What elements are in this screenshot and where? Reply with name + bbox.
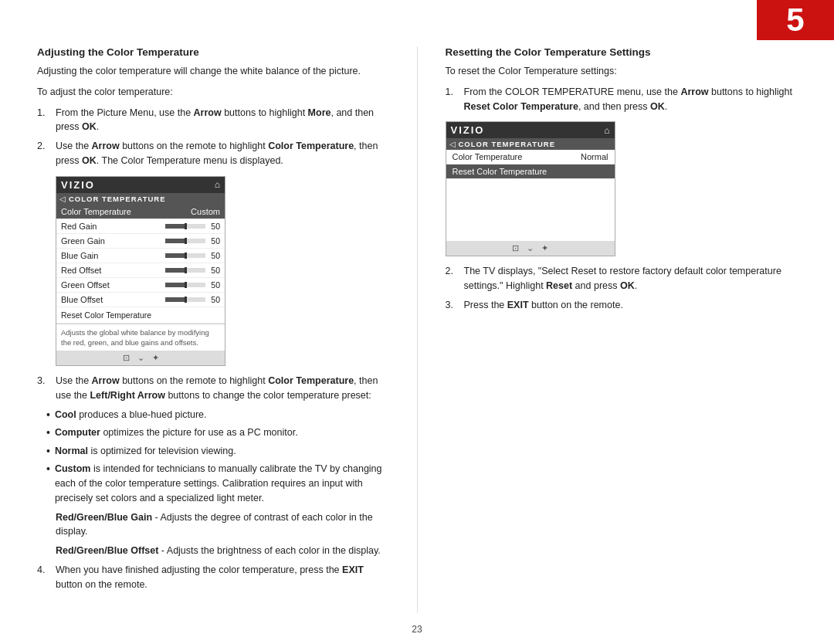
tv-bar-marker-red-gain bbox=[185, 223, 187, 229]
tv-right-label-reset: Reset Color Temperature bbox=[453, 167, 548, 176]
tv-home-icon-left: ⌂ bbox=[215, 179, 220, 190]
tv-reset-label: Reset Color Temperature bbox=[61, 310, 151, 320]
tv-row-red-offset: Red Offset 50 bbox=[56, 263, 225, 278]
left-steps-list: 1. From the Picture Menu, use the Arrow … bbox=[37, 106, 389, 168]
tv-bar-marker-red-offset bbox=[185, 267, 187, 273]
tv-value-blue-offset: 50 bbox=[208, 295, 220, 304]
right-step-3-num: 3. bbox=[446, 298, 459, 313]
step-4-num: 4. bbox=[37, 563, 51, 592]
step-4: 4. When you have finished adjusting the … bbox=[37, 563, 389, 592]
tv-row-color-temp: Color Temperature Custom bbox=[56, 205, 225, 219]
tv-bar-bg-blue-offset bbox=[165, 297, 205, 302]
tv-row-label-green-offset: Green Offset bbox=[61, 280, 110, 290]
bullet-computer-text: Computer optimizes the picture for use a… bbox=[55, 425, 298, 441]
tv-bar-blue-gain: 50 bbox=[165, 251, 220, 260]
tv-bar-green-offset: 50 bbox=[165, 280, 220, 290]
right-steps-list: 1. From the COLOR TEMPERATURE menu, use … bbox=[446, 85, 798, 114]
tv-bar-fill-red-offset bbox=[165, 268, 185, 273]
right-step-1-text: From the COLOR TEMPERATURE menu, use the… bbox=[464, 85, 798, 114]
bullet-cool: • Cool produces a blue-hued picture. bbox=[46, 408, 389, 423]
tv-row-green-gain: Green Gain 50 bbox=[56, 234, 225, 249]
bullet-computer: • Computer optimizes the picture for use… bbox=[46, 425, 389, 441]
bullet-custom-text: Custom is intended for technicians to ma… bbox=[55, 462, 389, 505]
desc-gain: Red/Green/Blue Gain - Adjusts the degree… bbox=[56, 510, 389, 540]
tv-row-red-gain: Red Gain 50 bbox=[56, 219, 225, 234]
right-step-1-num: 1. bbox=[446, 85, 459, 114]
step-3-num: 3. bbox=[37, 374, 51, 403]
step-3-text: Use the Arrow buttons on the remote to h… bbox=[56, 374, 389, 403]
right-intro: To reset the Color Temperature settings: bbox=[446, 64, 798, 79]
column-divider bbox=[417, 46, 418, 613]
right-column: Resetting the Color Temperature Settings… bbox=[446, 46, 798, 613]
left-step4-list: 4. When you have finished adjusting the … bbox=[37, 563, 389, 592]
bullet-custom: • Custom is intended for technicians to … bbox=[46, 462, 389, 505]
tv-bar-marker-green-gain bbox=[185, 238, 187, 244]
tv-bar-fill-green-gain bbox=[165, 239, 185, 243]
tv-row-label-blue-offset: Blue Offset bbox=[61, 295, 103, 304]
tv-row-reset: Reset Color Temperature bbox=[56, 307, 225, 324]
step-1-text: From the Picture Menu, use the Arrow but… bbox=[56, 106, 389, 135]
tv-bar-blue-offset: 50 bbox=[165, 295, 220, 304]
step-1-num: 1. bbox=[37, 106, 51, 135]
tv-right-row-color-temp: Color Temperature Normal bbox=[446, 150, 615, 164]
page-number-bar: 5 bbox=[757, 0, 834, 40]
right-section-heading: Resetting the Color Temperature Settings bbox=[446, 46, 798, 58]
left-intro1: Adjusting the color temperature will cha… bbox=[37, 64, 389, 79]
left-intro2: To adjust the color temperature: bbox=[37, 85, 389, 100]
tv-logo-left: VIZIO bbox=[61, 179, 95, 191]
tv-row-blue-offset: Blue Offset 50 bbox=[56, 293, 225, 307]
tv-btn-screen-icon: ⊡ bbox=[123, 353, 130, 363]
tv-right-btn-settings-icon: ✦ bbox=[541, 243, 548, 253]
tv-menu-screenshot-right: VIZIO ⌂ ◁ COLOR TEMPERATURE Color Temper… bbox=[446, 121, 615, 256]
bullet-cool-text: Cool produces a blue-hued picture. bbox=[55, 408, 207, 423]
tv-row-blue-gain: Blue Gain 50 bbox=[56, 249, 225, 263]
tv-right-label-color-temp: Color Temperature bbox=[453, 152, 523, 161]
tv-right-btn-down-icon: ⌄ bbox=[527, 243, 534, 253]
tv-caption-left: Adjusts the global white balance by modi… bbox=[56, 324, 225, 351]
tv-menu-title-left: COLOR TEMPERATURE bbox=[69, 195, 166, 203]
tv-bar-red-offset: 50 bbox=[165, 266, 220, 275]
bullet-normal-text: Normal is optimized for television viewi… bbox=[55, 444, 236, 459]
right-step-3: 3. Press the EXIT button on the remote. bbox=[446, 298, 798, 313]
tv-value-blue-gain: 50 bbox=[208, 251, 220, 260]
right-step-2-text: The TV displays, "Select Reset to restor… bbox=[464, 264, 798, 293]
footer-page-number: 23 bbox=[0, 624, 834, 635]
tv-bar-bg-green-gain bbox=[165, 239, 205, 243]
page-number: 5 bbox=[786, 4, 804, 36]
bullet-dot-custom: • bbox=[46, 462, 50, 505]
tv-logo-right: VIZIO bbox=[451, 124, 485, 136]
tv-row-label-color-temp: Color Temperature bbox=[61, 207, 131, 216]
bullet-normal: • Normal is optimized for television vie… bbox=[46, 444, 389, 459]
tv-value-green-offset: 50 bbox=[208, 280, 220, 290]
left-step3-list: 3. Use the Arrow buttons on the remote t… bbox=[37, 374, 389, 403]
bullet-list: • Cool produces a blue-hued picture. • C… bbox=[46, 408, 389, 506]
step-2-num: 2. bbox=[37, 139, 51, 168]
tv-bar-bg-red-gain bbox=[165, 224, 205, 229]
bullet-dot-normal: • bbox=[46, 444, 50, 459]
bullet-dot-computer: • bbox=[46, 425, 50, 441]
tv-row-label-red-offset: Red Offset bbox=[61, 266, 101, 275]
tv-row-label-red-gain: Red Gain bbox=[61, 222, 97, 231]
right-step-2-num: 2. bbox=[446, 264, 459, 293]
tv-menu-bar-right: ◁ COLOR TEMPERATURE bbox=[446, 138, 615, 150]
tv-btn-settings-icon: ✦ bbox=[152, 353, 159, 363]
tv-bar-marker-blue-offset bbox=[185, 297, 187, 303]
tv-bar-marker-blue-gain bbox=[185, 253, 187, 259]
tv-right-value-color-temp: Normal bbox=[581, 152, 608, 161]
tv-bar-fill-red-gain bbox=[165, 224, 185, 229]
tv-row-green-offset: Green Offset 50 bbox=[56, 278, 225, 293]
tv-value-green-gain: 50 bbox=[208, 236, 220, 246]
tv-value-red-gain: 50 bbox=[208, 222, 220, 231]
step-2-text: Use the Arrow buttons on the remote to h… bbox=[56, 139, 389, 168]
tv-right-btn-screen-icon: ⊡ bbox=[512, 243, 519, 253]
tv-bar-bg-blue-gain bbox=[165, 253, 205, 258]
bullet-dot-cool: • bbox=[46, 408, 50, 423]
tv-bar-green-gain: 50 bbox=[165, 236, 220, 246]
left-column: Adjusting the Color Temperature Adjustin… bbox=[37, 46, 389, 613]
step-4-text: When you have finished adjusting the col… bbox=[56, 563, 389, 592]
tv-menu-bar-left: ◁ COLOR TEMPERATURE bbox=[56, 193, 225, 205]
desc-offset: Red/Green/Blue Offset - Adjusts the brig… bbox=[56, 544, 389, 558]
tv-row-label-blue-gain: Blue Gain bbox=[61, 251, 98, 260]
tv-btn-down-icon: ⌄ bbox=[137, 353, 144, 363]
tv-menu-screenshot-left: VIZIO ⌂ ◁ COLOR TEMPERATURE Color Temper… bbox=[56, 176, 225, 367]
